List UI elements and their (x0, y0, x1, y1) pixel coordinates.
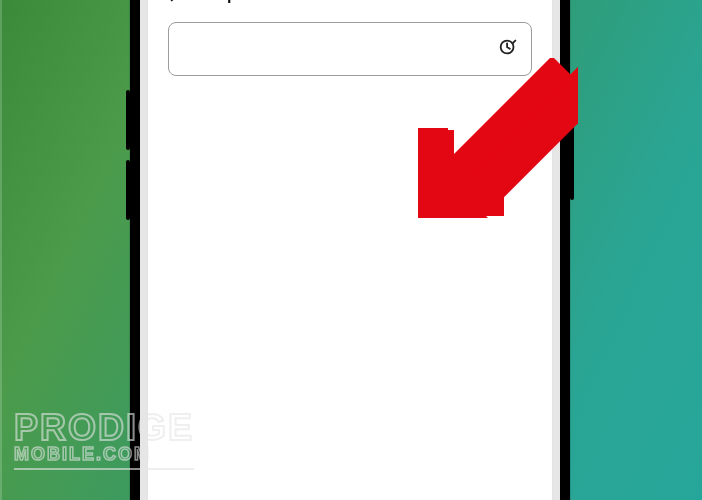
volume-down-button (126, 160, 130, 220)
watermark-rule (14, 468, 194, 470)
card-title: Help me create a list (202, 0, 357, 4)
power-button (570, 110, 574, 200)
phone-frame: 15:59 (130, 0, 570, 500)
phone-screen: 15:59 (140, 0, 560, 500)
watermark: PRODIGE MOBILE.COM (14, 413, 194, 470)
app-area: Help me create a list ✕ (140, 0, 560, 500)
assist-card: Help me create a list ✕ (148, 0, 552, 500)
list-prompt-input[interactable] (183, 23, 489, 75)
volume-up-button (126, 90, 130, 150)
close-icon[interactable]: ✕ (517, 0, 532, 6)
list-prompt-input-wrap[interactable] (168, 22, 532, 76)
magic-wand-icon (168, 0, 190, 8)
decorative-edge (0, 0, 2, 500)
card-header: Help me create a list ✕ (168, 0, 532, 8)
submit-icon[interactable] (497, 36, 519, 62)
watermark-line1: PRODIGE (14, 413, 194, 444)
